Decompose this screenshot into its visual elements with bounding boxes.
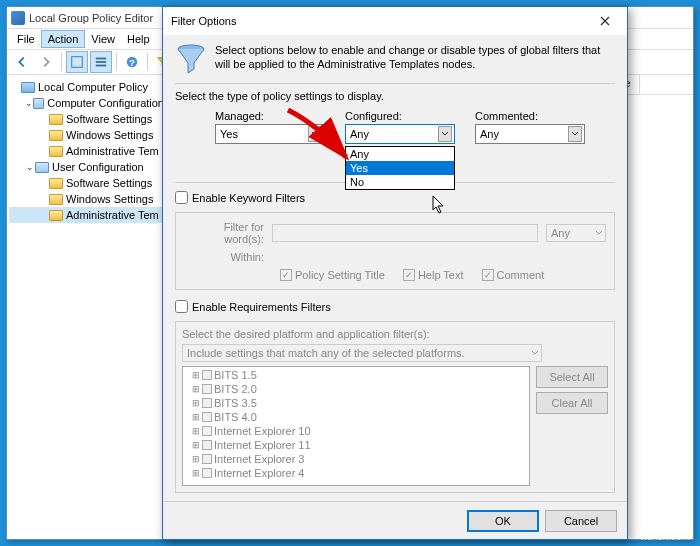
list-item: ⊞BITS 1.5: [184, 368, 528, 382]
platform-listbox: ⊞BITS 1.5⊞BITS 2.0⊞BITS 3.5⊞BITS 4.0⊞Int…: [182, 366, 530, 486]
help-button[interactable]: ?: [121, 51, 143, 73]
clear-all-button: Clear All: [536, 392, 608, 414]
filter-options-dialog: Filter Options Select options below to e…: [162, 6, 628, 540]
option-no[interactable]: No: [346, 175, 454, 189]
tree-item[interactable]: Windows Settings: [9, 191, 164, 207]
option-yes[interactable]: Yes: [346, 161, 454, 175]
keyword-match-combo: Any: [546, 224, 606, 242]
tree-item[interactable]: ⌄Computer Configuration: [9, 95, 164, 111]
title-checkbox: ✓: [280, 269, 292, 281]
select-all-button: Select All: [536, 366, 608, 388]
comment-checkbox: ✓: [482, 269, 494, 281]
list-item: ⊞Internet Explorer 4: [184, 466, 528, 480]
intro-text: Select options below to enable and chang…: [215, 43, 615, 75]
within-label: Within:: [184, 251, 264, 263]
tree-item[interactable]: Software Settings: [9, 111, 164, 127]
menu-file[interactable]: File: [11, 31, 41, 47]
chevron-down-icon: [531, 350, 539, 356]
configured-combo[interactable]: Any: [345, 124, 455, 144]
enable-keyword-label: Enable Keyword Filters: [192, 192, 305, 204]
chevron-down-icon: [308, 126, 322, 142]
list-item: ⊞BITS 4.0: [184, 410, 528, 424]
tree-item[interactable]: Administrative Tem: [9, 207, 164, 223]
menu-view[interactable]: View: [85, 31, 121, 47]
list-item: ⊞Internet Explorer 11: [184, 438, 528, 452]
configured-label: Configured:: [345, 110, 455, 122]
enable-requirements-checkbox[interactable]: [175, 300, 188, 313]
list-button[interactable]: [90, 51, 112, 73]
watermark: wsxdn.com: [640, 531, 690, 542]
list-item: ⊞BITS 3.5: [184, 396, 528, 410]
svg-rect-2: [96, 61, 107, 63]
svg-rect-1: [96, 58, 107, 60]
commented-label: Commented:: [475, 110, 585, 122]
managed-label: Managed:: [215, 110, 325, 122]
chevron-down-icon: [438, 126, 452, 142]
svg-rect-3: [96, 65, 107, 67]
filter-for-label: Filter for word(s):: [184, 221, 264, 245]
close-button[interactable]: [585, 9, 625, 33]
menu-action[interactable]: Action: [41, 30, 86, 48]
keyword-filters-group: Filter for word(s): Any Within: ✓Policy …: [175, 212, 615, 290]
enable-requirements-label: Enable Requirements Filters: [192, 301, 331, 313]
list-item: ⊞Internet Explorer 10: [184, 424, 528, 438]
req-desc: Select the desired platform and applicat…: [182, 328, 608, 340]
platform-match-combo: Include settings that match any of the s…: [182, 344, 542, 362]
back-button[interactable]: [11, 51, 33, 73]
close-icon: [600, 16, 610, 26]
dialog-title: Filter Options: [171, 15, 236, 27]
app-icon: [11, 11, 25, 25]
list-item: ⊞BITS 2.0: [184, 382, 528, 396]
list-item: ⊞Internet Explorer 3: [184, 452, 528, 466]
chevron-down-icon: [595, 230, 603, 236]
chevron-down-icon: [568, 126, 582, 142]
menu-help[interactable]: Help: [121, 31, 156, 47]
tree-item[interactable]: Local Computer Policy: [9, 79, 164, 95]
svg-rect-0: [72, 57, 83, 68]
tree-item[interactable]: Administrative Tem: [9, 143, 164, 159]
managed-combo[interactable]: Yes: [215, 124, 325, 144]
keyword-input: [272, 224, 538, 242]
commented-combo[interactable]: Any: [475, 124, 585, 144]
properties-button[interactable]: [66, 51, 88, 73]
dialog-titlebar[interactable]: Filter Options: [163, 7, 627, 35]
configured-dropdown: Any Yes No: [345, 146, 455, 190]
funnel-icon: [175, 43, 207, 75]
enable-keyword-checkbox[interactable]: [175, 191, 188, 204]
tree-item[interactable]: Software Settings: [9, 175, 164, 191]
tree-item[interactable]: ⌄User Configuration: [9, 159, 164, 175]
option-any[interactable]: Any: [346, 147, 454, 161]
tree-pane[interactable]: Local Computer Policy⌄Computer Configura…: [7, 75, 167, 539]
ok-button[interactable]: OK: [467, 510, 539, 532]
main-title: Local Group Policy Editor: [29, 12, 153, 24]
svg-text:?: ?: [129, 57, 135, 68]
section-label: Select the type of policy settings to di…: [175, 90, 615, 102]
help-checkbox: ✓: [403, 269, 415, 281]
cancel-button[interactable]: Cancel: [545, 510, 617, 532]
forward-button[interactable]: [35, 51, 57, 73]
requirements-group: Select the desired platform and applicat…: [175, 321, 615, 493]
tree-item[interactable]: Windows Settings: [9, 127, 164, 143]
